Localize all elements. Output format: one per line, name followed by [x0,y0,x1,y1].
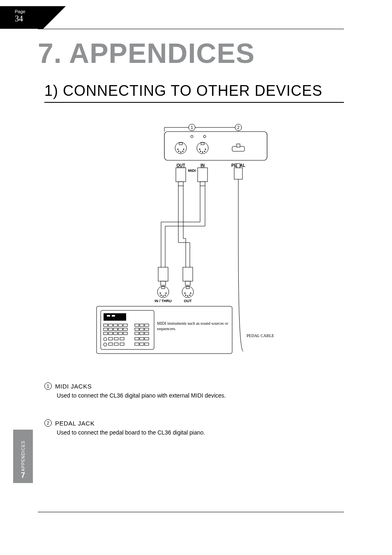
item-body: Used to connect the CL36 digital piano w… [57,392,344,399]
svg-point-18 [205,149,206,150]
item-body: Used to connect the pedal board to the C… [57,429,344,436]
svg-rect-92 [120,338,124,340]
svg-point-52 [163,296,164,297]
svg-rect-24 [234,168,242,179]
svg-rect-90 [108,338,113,340]
svg-point-21 [202,152,203,153]
svg-rect-66 [108,324,113,326]
svg-rect-97 [135,338,139,340]
chapter-title: 7. APPENDICES [38,37,255,69]
svg-rect-42 [158,267,168,281]
svg-point-7 [203,135,206,138]
section-title-wrap: 1) CONNECTING TO OTHER DEVICES [44,82,344,103]
svg-point-6 [191,135,193,138]
svg-point-11 [183,149,184,150]
side-chapter-number: 7 [13,471,33,480]
label-in-thru: IN / THRU [154,299,172,303]
item-title: MIDI JACKS [55,383,92,390]
page-number: 34 [15,14,43,23]
svg-point-19 [200,151,201,152]
svg-rect-54 [186,287,189,289]
label-midi-out: OUT [176,163,185,168]
item-number: 2 [44,419,52,427]
svg-point-49 [166,293,167,294]
svg-rect-64 [112,315,115,317]
svg-point-12 [178,151,180,152]
svg-rect-69 [123,324,127,326]
svg-rect-100 [135,343,139,345]
svg-point-57 [185,295,187,296]
section-title: 1) CONNECTING TO OTHER DEVICES [44,82,344,99]
svg-rect-68 [118,324,122,326]
device-note: MIDI instruments such as sound sources o… [157,321,229,331]
svg-point-59 [187,296,189,297]
svg-point-93 [104,343,107,346]
svg-rect-78 [118,332,122,335]
svg-rect-76 [108,332,113,335]
side-chapter-tab: APPENDICES 7 [13,430,33,483]
svg-rect-72 [113,328,118,331]
connection-diagram: 1 2 OUT [95,119,300,366]
label-out-bottom: OUT [184,299,192,303]
svg-rect-85 [145,328,149,331]
svg-point-51 [165,295,166,296]
svg-rect-79 [123,332,127,335]
svg-rect-28 [198,168,208,182]
side-chapter-label: APPENDICES [21,441,25,471]
svg-rect-99 [145,338,149,340]
svg-rect-88 [145,332,149,335]
item-number: 1 [44,382,52,390]
svg-rect-16 [201,143,204,145]
svg-rect-9 [179,143,182,145]
svg-rect-47 [161,287,165,289]
svg-rect-23 [237,144,240,147]
svg-rect-101 [140,343,144,345]
svg-rect-98 [140,338,144,340]
label-midi-in: IN [201,163,205,168]
svg-point-55 [184,293,186,294]
item-pedal-jack: 2 PEDAL JACK Used to connect the pedal b… [44,419,344,436]
svg-rect-86 [135,332,139,335]
svg-rect-83 [135,328,139,331]
svg-rect-73 [118,328,122,331]
svg-rect-62 [104,313,126,321]
svg-rect-65 [104,324,108,326]
label-pedal-cable: PEDAL CABLE [247,333,274,338]
svg-point-89 [104,338,107,341]
svg-rect-102 [145,343,149,345]
svg-point-13 [182,151,184,152]
callout-1: 1 [191,125,193,130]
svg-point-14 [180,152,182,153]
svg-point-48 [160,293,161,294]
svg-rect-82 [145,324,149,326]
svg-rect-45 [185,281,190,285]
svg-point-56 [190,293,191,294]
bottom-rule [38,512,344,512]
svg-rect-63 [107,315,110,317]
item-heading: 1 MIDI JACKS [44,382,344,390]
svg-rect-81 [140,324,144,326]
diagram-svg: 1 2 OUT [95,119,300,366]
svg-rect-67 [113,324,118,326]
item-midi-jacks: 1 MIDI JACKS Used to connect the CL36 di… [44,382,344,399]
svg-point-17 [199,149,201,150]
svg-point-58 [189,295,191,296]
svg-rect-27 [178,182,183,186]
svg-rect-43 [161,281,166,285]
svg-rect-25 [237,164,240,168]
svg-rect-26 [176,168,186,182]
svg-rect-80 [135,324,139,326]
label-midi: MIDI [188,169,196,173]
svg-point-50 [161,295,162,296]
item-heading: 2 PEDAL JACK [44,419,344,427]
page-tab: Page 34 [0,6,43,29]
svg-rect-87 [140,332,144,335]
svg-rect-94 [108,343,113,345]
svg-rect-74 [123,328,127,331]
svg-rect-75 [104,332,108,335]
svg-rect-96 [120,343,124,345]
item-title: PEDAL JACK [55,420,95,427]
svg-rect-29 [200,182,205,186]
svg-rect-91 [114,338,118,340]
svg-rect-44 [183,267,193,281]
